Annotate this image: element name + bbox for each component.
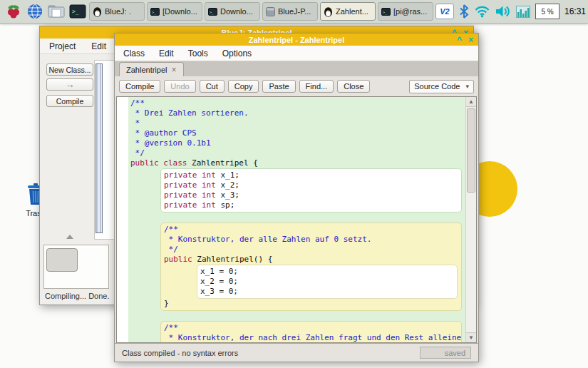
system-tray: V2 5 % 16:31 <box>435 4 588 19</box>
menu-class[interactable]: Class <box>123 48 145 58</box>
bench-toggle-arrow[interactable] <box>66 235 73 239</box>
code-line: private int x_3; <box>164 190 461 200</box>
task-button-bluej[interactable]: BlueJ: . <box>89 2 145 21</box>
scope-box-yellow: /** * Konstruktor, der alle Zahlen auf 0… <box>160 223 462 311</box>
editor-titlebar[interactable]: Zahlentripel - Zahlentripel ^ × <box>115 34 478 46</box>
task-button-download2[interactable]: >_ Downlo... <box>205 2 260 21</box>
tab-close-icon[interactable]: × <box>171 66 176 74</box>
arrow-icon: → <box>66 79 75 90</box>
toolbar-button-undo[interactable]: Undo <box>164 80 195 93</box>
code-line: * Konstruktor, der nach drei Zahlen frag… <box>164 333 461 342</box>
vertical-scrollbar[interactable]: ▲ ▼ <box>465 97 476 342</box>
toolbar-button-paste[interactable]: Paste <box>262 80 295 93</box>
terminal-icon: >_ <box>381 8 391 16</box>
code-line: private int sp; <box>164 200 461 210</box>
menu-button[interactable] <box>4 2 23 21</box>
cpu-monitor-icon <box>516 6 530 18</box>
raspberry-icon <box>6 4 21 19</box>
toolbar-button-find[interactable]: Find... <box>299 80 334 93</box>
compile-button[interactable]: Compile <box>46 95 93 107</box>
toolbar-button-copy[interactable]: Copy <box>228 80 259 93</box>
close-icon[interactable]: × <box>468 36 473 44</box>
scope-box-white: x_1 = 0;x_2 = 0;x_3 = 0; <box>197 265 458 299</box>
cpu-percent-badge: 5 % <box>535 4 559 19</box>
object-bench-slot <box>46 248 78 272</box>
task-label: BlueJ: . <box>105 7 131 16</box>
editor-toolbar: Compile Undo Cut Copy Paste Find... Clos… <box>115 76 478 96</box>
code-line <box>130 311 465 321</box>
penguin-icon <box>324 6 333 17</box>
scroll-up-icon[interactable]: ▲ <box>466 97 476 107</box>
editor-window-controls: ^ × <box>457 34 473 46</box>
code-line: private int x_1; <box>164 170 461 180</box>
editor-menubar: Class Edit Tools Options <box>115 46 478 61</box>
dependency-arrow-button[interactable]: → <box>46 78 93 91</box>
volume-icon[interactable] <box>495 5 511 18</box>
object-bench <box>43 245 109 289</box>
file-manager-button[interactable] <box>46 2 66 21</box>
scope-box-yellow: /** * Konstruktor, der nach drei Zahlen … <box>160 321 462 342</box>
code-line: public Zahlentripel() { <box>164 255 461 265</box>
menu-edit[interactable]: Edit <box>91 41 106 51</box>
new-class-button[interactable]: New Class... <box>46 63 93 76</box>
code-line: public class Zahlentripel { <box>130 158 465 168</box>
code-line: x_2 = 0; <box>200 277 457 287</box>
class-card-edge[interactable] <box>96 63 103 233</box>
code-line: /** <box>130 98 465 108</box>
scope-box-white: private int x_1;private int x_2;private … <box>160 168 462 213</box>
browser-button[interactable] <box>25 2 44 21</box>
folder-icon <box>48 4 65 19</box>
terminal-icon: >_ <box>208 8 217 16</box>
code-line: } <box>164 299 461 309</box>
clock[interactable]: 16:31 <box>564 6 588 16</box>
vnc-indicator[interactable]: V2 <box>435 4 454 19</box>
task-label: Zahlent... <box>336 7 368 16</box>
task-button-pi-terminal[interactable]: >_ [pi@ras... <box>378 2 433 21</box>
window-icon <box>266 7 275 16</box>
toolbar-button-cut[interactable]: Cut <box>200 80 225 93</box>
code-line: x_3 = 0; <box>200 287 457 297</box>
wifi-icon[interactable] <box>474 5 490 18</box>
scrollbar-thumb[interactable] <box>467 108 475 193</box>
svg-text:>_: >_ <box>210 10 215 15</box>
svg-text:>_: >_ <box>72 9 79 15</box>
editor-viewport: /** * Drei Zahlen sortieren. * * @author… <box>116 96 477 343</box>
penguin-icon <box>93 6 102 17</box>
svg-text:>_: >_ <box>383 10 388 15</box>
code-line <box>130 213 465 223</box>
terminal-icon: >_ <box>150 8 160 16</box>
chevron-down-icon: ▾ <box>465 83 469 90</box>
menu-project[interactable]: Project <box>49 41 76 51</box>
code-area[interactable]: /** * Drei Zahlen sortieren. * * @author… <box>128 97 465 342</box>
tab-label: Zahlentripel <box>126 66 167 74</box>
task-button-download1[interactable]: >_ [Downlo... <box>147 2 202 21</box>
task-button-bluej-p[interactable]: BlueJ-P... <box>262 2 318 21</box>
tab-zahlentripel[interactable]: Zahlentripel × <box>119 62 184 76</box>
editor-gutter[interactable] <box>117 97 128 342</box>
toolbar-button-close[interactable]: Close <box>337 80 370 93</box>
menu-tools[interactable]: Tools <box>188 48 208 58</box>
svg-text:>_: >_ <box>152 10 157 15</box>
view-selector-dropdown[interactable]: Source Code ▾ <box>409 80 474 93</box>
code-line: * Drei Zahlen sortieren. <box>130 108 465 118</box>
code-line: private int x_2; <box>164 180 461 190</box>
menu-edit[interactable]: Edit <box>159 48 174 58</box>
minimize-icon[interactable]: ^ <box>457 36 462 44</box>
task-button-zahlentripel[interactable]: Zahlent... <box>320 2 376 21</box>
code-line: /** <box>164 323 461 333</box>
task-label: Downlo... <box>220 7 253 16</box>
code-line: * <box>130 118 465 128</box>
globe-icon <box>27 4 43 19</box>
editor-window: Zahlentripel - Zahlentripel ^ × Class Ed… <box>114 33 479 362</box>
editor-window-title: Zahlentripel - Zahlentripel <box>249 36 344 44</box>
vnc-label: V2 <box>440 7 449 16</box>
bluetooth-icon[interactable] <box>459 4 469 19</box>
code-line: * Konstruktor, der alle Zahlen auf 0 set… <box>164 235 461 245</box>
terminal-launcher-button[interactable]: >_ <box>68 2 87 21</box>
saved-indicator: saved <box>420 347 471 359</box>
main-status-text: Compiling... Done. <box>45 292 110 300</box>
menu-options[interactable]: Options <box>222 48 252 58</box>
scroll-down-icon[interactable]: ▼ <box>466 332 476 342</box>
toolbar-button-compile[interactable]: Compile <box>119 80 160 93</box>
desktop: { "colors": { "taskbar_bg": "#d5dad2", "… <box>0 0 588 368</box>
